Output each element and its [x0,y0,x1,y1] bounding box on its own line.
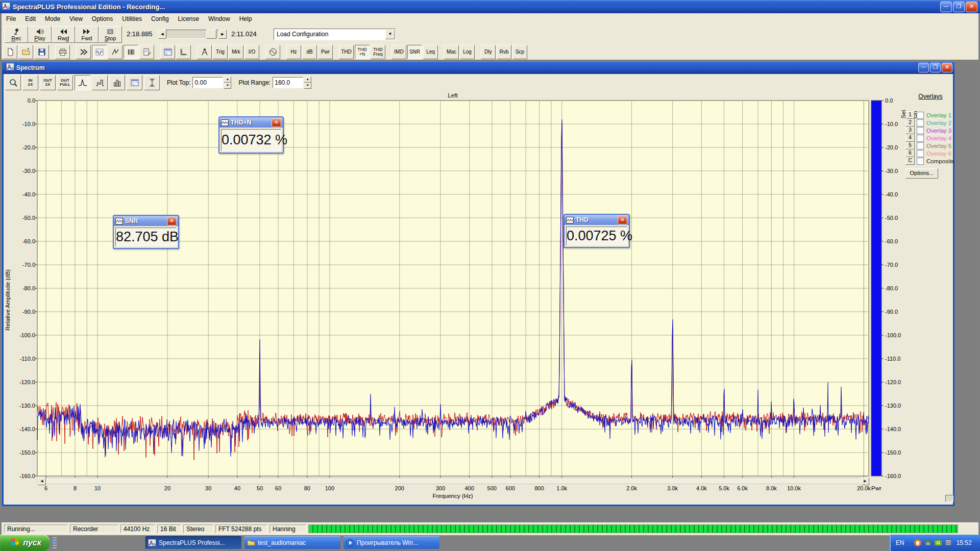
start-button[interactable]: пуск [0,535,50,551]
calipers-button[interactable] [197,45,212,59]
spectrum-close-button[interactable]: ✕ [942,63,952,72]
plot-range-spinner[interactable]: ▲▼ [304,77,311,89]
menu-item-window[interactable]: Window [204,14,235,24]
nvidia-icon[interactable] [934,539,942,547]
overlay-on-checkbox-6[interactable] [917,150,924,157]
fwd-button[interactable]: Fwd [75,26,99,43]
plot-layout-button[interactable] [127,75,142,90]
menu-item-view[interactable]: View [65,14,87,24]
overlay-on-checkbox-5[interactable] [917,142,924,149]
markers-button[interactable]: Mrk [229,45,243,59]
orange-app-icon[interactable] [914,539,922,547]
task-folder[interactable]: test_audiomaniac [244,536,340,549]
logging-button[interactable]: Log [460,45,475,59]
scope-button[interactable]: Scp [512,45,527,59]
thd-n-button[interactable]: THD+N [355,45,370,59]
spectrum-plot[interactable]: 0.00.0-10.0-10.0-20.0-20.0-30.0-30.0-40.… [4,91,954,505]
menu-item-file[interactable]: File [2,14,20,24]
thd-panel[interactable]: THD✕0.00725 % [564,214,630,248]
view-notes-button[interactable] [139,45,154,59]
delay-button[interactable]: Dly [481,45,496,59]
process-file-button[interactable] [76,45,91,59]
thd-freq-button[interactable]: THDFreq [371,45,385,59]
config-combobox[interactable]: Load Configuration ▼ [274,29,396,40]
view-time-series-button[interactable] [92,45,107,59]
units-hz-button[interactable]: Hz [286,45,301,59]
scrub-right-arrow[interactable]: ▶ [218,30,227,39]
plot-bar-button[interactable] [109,75,125,90]
rec-button[interactable]: Rec [5,26,28,43]
view-phase-button[interactable] [108,45,122,59]
ruler-button[interactable] [176,45,191,59]
spectrum-minimize-button[interactable]: ─ [918,63,929,72]
menu-item-help[interactable]: Help [235,14,257,24]
play-button[interactable]: Play [28,26,52,43]
save-file-button[interactable] [34,45,49,59]
menu-item-license[interactable]: License [174,14,204,24]
overlay-set-button-5[interactable]: 5 [905,142,915,149]
thd-close-button[interactable]: ✕ [618,216,627,224]
spectrum-titlebar[interactable]: Spectrum ─ ❐ ✕ [2,61,954,74]
zoom-out-2x-button[interactable]: OUT2X [40,75,56,90]
rwd-button[interactable]: Rwd [52,26,75,43]
thd-button[interactable]: THD [339,45,354,59]
overlay-on-checkbox-1[interactable] [917,112,924,119]
combobox-dropdown-arrow[interactable]: ▼ [385,30,395,39]
io-device-button[interactable]: I/O [244,45,259,59]
overlay-on-checkbox-4[interactable] [917,135,924,142]
overlay-set-button-6[interactable]: 6 [905,149,915,157]
scrollbar-right-arrow[interactable]: ▶ [861,478,869,485]
overlays-options-button[interactable]: Options... [905,168,938,179]
overlay-set-button-3[interactable]: 3 [905,127,915,134]
resize-grip[interactable] [945,495,953,502]
reverb-button[interactable]: Rvb [497,45,511,59]
scrub-left-arrow[interactable]: ◀ [158,30,166,39]
restore-button[interactable]: ❐ [953,2,965,12]
print-button[interactable] [55,45,70,59]
menu-item-edit[interactable]: Edit [20,14,40,24]
plot-horizontal-scrollbar[interactable] [37,478,869,484]
overlay-on-checkbox-2[interactable] [917,119,924,127]
menu-item-mode[interactable]: Mode [40,14,65,24]
scrub-track[interactable] [166,30,219,39]
overlay-on-checkbox-C[interactable] [917,158,924,165]
plot-range-input[interactable] [273,77,303,88]
plot-line-button[interactable] [75,75,90,90]
view-spectrogram-button[interactable] [124,45,138,59]
zoom-in-2x-button[interactable]: IN2X [22,75,38,90]
plot-top-input[interactable] [192,77,223,88]
units-pwr-button[interactable]: Pwr [318,45,333,59]
snr-button[interactable]: SNR [407,45,422,59]
scrollbar-left-arrow[interactable]: ◀ [38,478,46,485]
overlay-set-button-C[interactable]: C [905,157,915,165]
task-wmp[interactable]: Проигрыватель Win... [344,536,439,549]
thd-n-panel[interactable]: THD+N✕0.00732 % [218,116,284,154]
zoom-out-full-button[interactable]: OUTFULL [57,75,73,90]
units-db-button[interactable]: dB [302,45,317,59]
menu-item-options[interactable]: Options [87,14,117,24]
overlay-set-button-4[interactable]: 4 [905,134,915,142]
overlay-on-checkbox-3[interactable] [917,127,924,134]
menu-item-config[interactable]: Config [146,14,174,24]
stop-button[interactable]: Stop [99,26,122,43]
thd-n-panel-titlebar[interactable]: THD+N✕ [219,117,283,128]
menu-item-utilities[interactable]: Utilities [117,14,146,24]
snr-close-button[interactable]: ✕ [167,217,177,226]
overlay-set-button-1[interactable]: 1 [905,111,915,119]
overlay-set-button-2[interactable]: 2 [905,119,915,127]
disk-stack-icon[interactable] [944,539,952,547]
signal-generator-button[interactable] [265,45,280,59]
language-indicator[interactable]: EN [896,539,904,546]
open-file-button[interactable] [18,45,33,59]
trigger-button[interactable]: Trig [213,45,228,59]
leq-button[interactable]: Leq [423,45,438,59]
snr-panel[interactable]: SNR✕82.705 dB [113,215,179,249]
task-spectraplus[interactable]: SpectraPLUS Professi... [145,536,241,549]
plot-top-spinner[interactable]: ▲▼ [224,77,231,89]
macro-button[interactable]: Mac [444,45,459,59]
spectrum-restore-button[interactable]: ❐ [930,63,941,72]
new-file-button[interactable] [3,45,17,59]
plot-step-button[interactable] [92,75,108,90]
usb-device-icon[interactable] [924,539,932,547]
scrub-thumb[interactable] [206,30,216,39]
